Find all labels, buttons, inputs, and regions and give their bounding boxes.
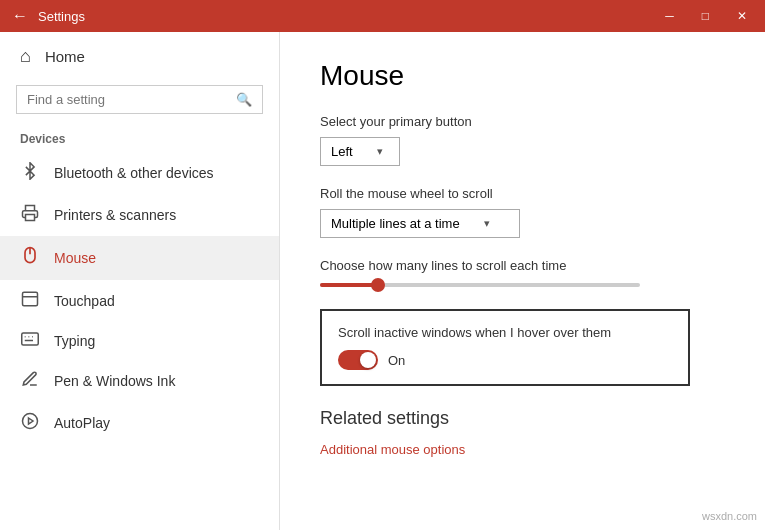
sidebar-item-typing[interactable]: Typing [0, 322, 279, 360]
sidebar-item-bluetooth[interactable]: Bluetooth & other devices [0, 152, 279, 194]
devices-section-label: Devices [0, 126, 279, 152]
touchpad-icon [20, 290, 40, 312]
slider-track[interactable] [320, 283, 640, 287]
additional-mouse-link[interactable]: Additional mouse options [320, 442, 465, 457]
sidebar-item-pen-label: Pen & Windows Ink [54, 373, 175, 389]
typing-icon [20, 332, 40, 350]
lines-slider-section: Choose how many lines to scroll each tim… [320, 258, 725, 287]
dropdown-arrow-scroll: ▾ [484, 217, 490, 230]
primary-button-label: Select your primary button [320, 114, 725, 129]
pen-icon [20, 370, 40, 392]
main-container: ⌂ Home 🔍 Devices Bluetooth & other devic… [0, 32, 765, 530]
search-input[interactable] [27, 92, 230, 107]
sidebar-item-mouse-label: Mouse [54, 250, 96, 266]
primary-button-value: Left [331, 144, 353, 159]
sidebar-item-typing-label: Typing [54, 333, 95, 349]
toggle-knob [360, 352, 376, 368]
home-icon: ⌂ [20, 46, 31, 67]
scroll-label: Roll the mouse wheel to scroll [320, 186, 725, 201]
lines-label: Choose how many lines to scroll each tim… [320, 258, 725, 273]
sidebar-item-touchpad-label: Touchpad [54, 293, 115, 309]
title-bar-title: Settings [38, 9, 659, 24]
sidebar-item-printers[interactable]: Printers & scanners [0, 194, 279, 236]
autoplay-icon [20, 412, 40, 434]
inactive-scroll-box: Scroll inactive windows when I hover ove… [320, 309, 690, 386]
sidebar-home-label: Home [45, 48, 85, 65]
title-bar: ← Settings ─ □ ✕ [0, 0, 765, 32]
svg-rect-3 [23, 292, 38, 306]
printers-icon [20, 204, 40, 226]
bluetooth-icon [20, 162, 40, 184]
content-area: Mouse Select your primary button Left ▾ … [280, 32, 765, 530]
sidebar-item-home[interactable]: ⌂ Home [0, 32, 279, 81]
inactive-scroll-toggle[interactable] [338, 350, 378, 370]
sidebar-item-pen[interactable]: Pen & Windows Ink [0, 360, 279, 402]
minimize-button[interactable]: ─ [659, 7, 680, 25]
page-title: Mouse [320, 60, 725, 92]
close-button[interactable]: ✕ [731, 7, 753, 25]
sidebar-item-mouse[interactable]: Mouse [0, 236, 279, 280]
sidebar-item-printers-label: Printers & scanners [54, 207, 176, 223]
inactive-scroll-title: Scroll inactive windows when I hover ove… [338, 325, 672, 340]
maximize-button[interactable]: □ [696, 7, 715, 25]
back-button[interactable]: ← [12, 7, 28, 25]
slider-thumb[interactable] [371, 278, 385, 292]
toggle-row: On [338, 350, 672, 370]
sidebar-item-bluetooth-label: Bluetooth & other devices [54, 165, 214, 181]
toggle-label: On [388, 353, 405, 368]
svg-rect-0 [26, 215, 35, 221]
scroll-value: Multiple lines at a time [331, 216, 460, 231]
scroll-dropdown[interactable]: Multiple lines at a time ▾ [320, 209, 520, 238]
sidebar-item-autoplay[interactable]: AutoPlay [0, 402, 279, 444]
window-controls: ─ □ ✕ [659, 7, 753, 25]
slider-fill [320, 283, 378, 287]
svg-rect-5 [22, 333, 39, 345]
search-icon: 🔍 [236, 92, 252, 107]
dropdown-arrow-primary: ▾ [377, 145, 383, 158]
related-settings-title: Related settings [320, 408, 725, 429]
svg-marker-11 [29, 418, 34, 424]
mouse-icon [20, 246, 40, 270]
sidebar: ⌂ Home 🔍 Devices Bluetooth & other devic… [0, 32, 280, 530]
sidebar-item-touchpad[interactable]: Touchpad [0, 280, 279, 322]
search-box[interactable]: 🔍 [16, 85, 263, 114]
sidebar-item-autoplay-label: AutoPlay [54, 415, 110, 431]
svg-point-10 [23, 414, 38, 429]
primary-button-dropdown[interactable]: Left ▾ [320, 137, 400, 166]
